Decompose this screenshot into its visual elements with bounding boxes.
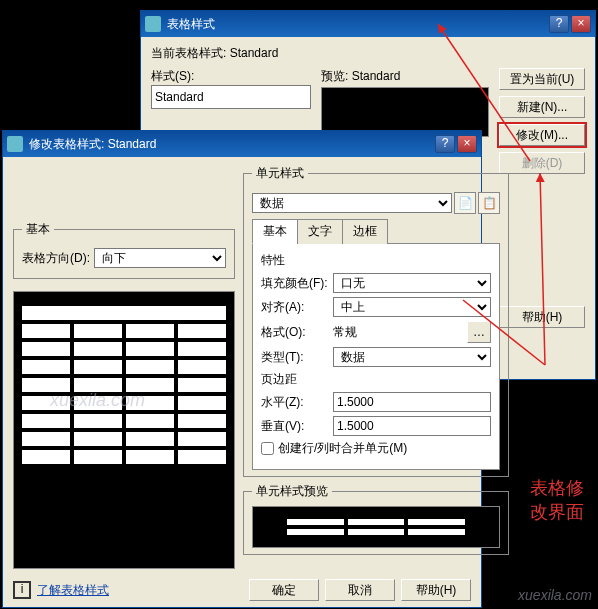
cell-preview-area [252, 506, 500, 548]
learn-link[interactable]: 了解表格样式 [37, 582, 109, 599]
fill-color-select[interactable]: 口无 [333, 273, 491, 293]
watermark: xuexila.com [518, 587, 592, 603]
back-help-button[interactable]: 帮助(H) [499, 306, 585, 328]
vert-label: 垂直(V): [261, 418, 333, 435]
front-title: 修改表格样式: Standard [29, 136, 433, 153]
tab-panel: 特性 填充颜色(F): 口无 对齐(A): 中上 格式(O): 常规 … [252, 244, 500, 470]
type-label: 类型(T): [261, 349, 333, 366]
table-direction-label: 表格方向(D): [22, 250, 94, 267]
set-current-button[interactable]: 置为当前(U) [499, 68, 585, 90]
modify-button[interactable]: 修改(M)... [499, 124, 585, 146]
current-style-value: Standard [230, 46, 279, 60]
cell-style-legend: 单元样式 [252, 165, 308, 182]
help-button-icon[interactable]: ? [435, 135, 455, 153]
format-label: 格式(O): [261, 324, 333, 341]
merge-checkbox[interactable] [261, 442, 274, 455]
help-button-icon[interactable]: ? [549, 15, 569, 33]
app-icon [145, 16, 161, 32]
info-icon[interactable]: i [13, 581, 31, 599]
style-label: 样式(S): [151, 68, 311, 85]
style-listbox[interactable] [151, 85, 311, 109]
cell-preview-group: 单元样式预览 [243, 483, 509, 555]
format-value: 常规 [333, 324, 467, 341]
align-label: 对齐(A): [261, 299, 333, 316]
tab-basic[interactable]: 基本 [252, 219, 298, 244]
new-cell-style-icon[interactable]: 📄 [454, 192, 476, 214]
margin-label: 页边距 [261, 371, 491, 388]
front-dialog: 修改表格样式: Standard ? × 基本 表格方向(D): 向下 [2, 130, 482, 608]
basic-group: 基本 表格方向(D): 向下 [13, 221, 235, 279]
merge-label: 创建行/列时合并单元(M) [278, 440, 407, 457]
horiz-input[interactable] [333, 392, 491, 412]
preview-label: 预览: [321, 69, 348, 83]
table-direction-select[interactable]: 向下 [94, 248, 226, 268]
vert-input[interactable] [333, 416, 491, 436]
watermark: xuexila.com [50, 390, 145, 411]
cell-style-select[interactable]: 数据 [252, 193, 452, 213]
cancel-button[interactable]: 取消 [325, 579, 395, 601]
back-titlebar: 表格样式 ? × [141, 11, 595, 37]
annotation-text: 表格修 改界面 [530, 476, 584, 524]
tabs: 基本 文字 边框 [252, 218, 500, 244]
tab-text[interactable]: 文字 [297, 219, 343, 244]
new-button[interactable]: 新建(N)... [499, 96, 585, 118]
delete-button[interactable]: 删除(D) [499, 152, 585, 174]
properties-label: 特性 [261, 252, 491, 269]
cell-preview-legend: 单元样式预览 [252, 483, 332, 500]
fill-color-label: 填充颜色(F): [261, 275, 333, 292]
front-titlebar: 修改表格样式: Standard ? × [3, 131, 481, 157]
back-title: 表格样式 [167, 16, 547, 33]
basic-legend: 基本 [22, 221, 54, 238]
ok-button[interactable]: 确定 [249, 579, 319, 601]
manage-cell-style-icon[interactable]: 📋 [478, 192, 500, 214]
tab-border[interactable]: 边框 [342, 219, 388, 244]
close-icon[interactable]: × [457, 135, 477, 153]
preview-value: Standard [352, 69, 401, 83]
app-icon [7, 136, 23, 152]
current-style-label: 当前表格样式: [151, 46, 226, 60]
type-select[interactable]: 数据 [333, 347, 491, 367]
cell-style-group: 单元样式 数据 📄 📋 基本 文字 边框 特性 填充颜色(F): 口无 [243, 165, 509, 477]
front-help-button[interactable]: 帮助(H) [401, 579, 471, 601]
format-more-button[interactable]: … [467, 321, 491, 343]
align-select[interactable]: 中上 [333, 297, 491, 317]
horiz-label: 水平(Z): [261, 394, 333, 411]
table-preview [13, 291, 235, 569]
close-icon[interactable]: × [571, 15, 591, 33]
